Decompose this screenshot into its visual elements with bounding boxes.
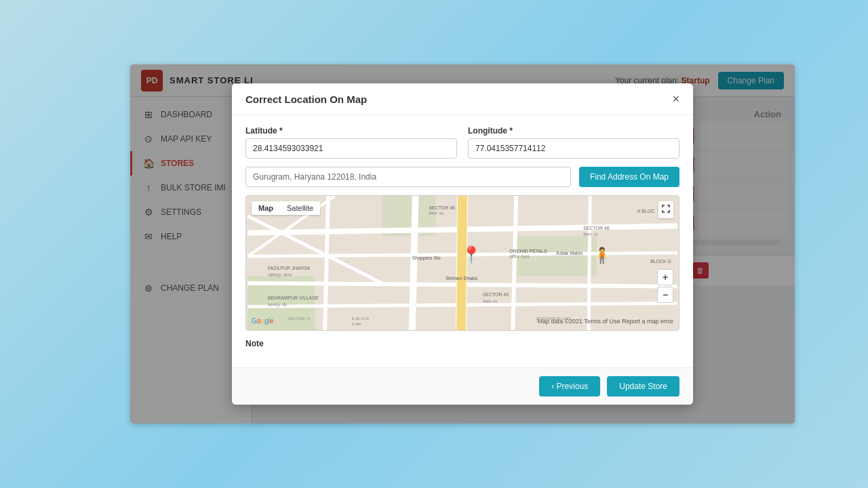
svg-text:SECTOR 71: SECTOR 71	[288, 317, 311, 321]
svg-text:BLOCK G: BLOCK G	[650, 259, 671, 264]
svg-text:फाजिलपुर जारसा: फाजिलपुर जारसा	[267, 272, 292, 278]
longitude-label: Longitude *	[468, 126, 679, 136]
note-section: Note	[245, 339, 679, 348]
svg-line-12	[589, 196, 590, 330]
update-store-button[interactable]: Update Store	[607, 376, 679, 396]
svg-line-9	[412, 196, 416, 330]
svg-text:SECTOR 48: SECTOR 48	[429, 205, 455, 210]
svg-text:सेक्टर 49: सेक्टर 49	[482, 299, 498, 304]
svg-text:SECTOR 49: SECTOR 49	[483, 293, 509, 298]
latitude-input[interactable]	[245, 138, 457, 159]
map-person-icon: 🧍	[593, 247, 611, 264]
modal-body: Latitude * Longitude * Find Address On	[232, 115, 693, 367]
modal-close-button[interactable]: ×	[672, 93, 679, 105]
address-input[interactable]	[245, 167, 571, 187]
map-location-marker: 📍	[461, 247, 481, 263]
app-window: PD SMART STORE LI Your current plan: Sta…	[130, 64, 795, 424]
longitude-group: Longitude *	[468, 126, 679, 159]
svg-text:ORCHID PETALS: ORCHID PETALS	[509, 249, 547, 253]
zoom-in-button[interactable]: +	[657, 269, 673, 285]
latitude-group: Latitude *	[245, 126, 457, 159]
svg-text:E-BLOCK: E-BLOCK	[352, 317, 370, 321]
note-label: Note	[245, 339, 679, 348]
svg-text:BEHRAMPUR VILLAGE: BEHRAMPUR VILLAGE	[268, 296, 319, 300]
latitude-label: Latitude *	[245, 126, 457, 136]
map-tabs: Map Satellite	[252, 201, 320, 215]
map-fullscreen-button[interactable]	[658, 201, 673, 218]
modal-footer: ‹ Previous Update Store	[232, 367, 693, 405]
modal-header: Correct Location On Map ×	[232, 83, 693, 115]
find-address-button[interactable]: Find Address On Map	[579, 167, 679, 187]
svg-text:Shriram Dhaba: Shriram Dhaba	[446, 276, 477, 281]
svg-text:ऑर्किड पेटल्स: ऑर्किड पेटल्स	[509, 254, 530, 259]
svg-text:बेहरामपुर गाँव: बेहरामपुर गाँव	[267, 302, 288, 308]
map-tab-map[interactable]: Map	[252, 201, 280, 215]
modal-title: Correct Location On Map	[245, 94, 367, 105]
svg-text:SECTOR 46: SECTOR 46	[583, 226, 609, 230]
svg-text:FAZILPUR JHARSA: FAZILPUR JHARSA	[268, 266, 311, 270]
map-tab-satellite[interactable]: Satellite	[280, 201, 320, 215]
lat-long-row: Latitude * Longitude *	[245, 126, 679, 159]
map-attribution: Map data ©2021 Terms of Use Report a map…	[537, 318, 673, 325]
address-row: Find Address On Map	[245, 167, 679, 187]
map-container[interactable]: FAZILPUR JHARSA फाजिलपुर जारसा BEHRAMPUR…	[245, 195, 679, 331]
svg-text:E-ब्लॉक: E-ब्लॉक	[352, 322, 361, 326]
longitude-input[interactable]	[468, 138, 679, 159]
svg-text:Kotak Mahin: Kotak Mahin	[557, 251, 583, 256]
svg-text:सेक्टर 46: सेक्टर 46	[583, 232, 598, 237]
svg-text:Shoppers Sto: Shoppers Sto	[412, 256, 441, 261]
svg-text:सेक्टर 48: सेक्टर 48	[429, 211, 444, 216]
google-logo: Google	[252, 317, 273, 325]
previous-button[interactable]: ‹ Previous	[539, 376, 600, 396]
map-zoom-controls: + −	[657, 269, 673, 303]
correct-location-modal: Correct Location On Map × Latitude * L	[232, 83, 693, 405]
zoom-out-button[interactable]: −	[657, 287, 673, 303]
svg-text:H BLOC: H BLOC	[637, 209, 654, 214]
modal-overlay[interactable]: Correct Location On Map × Latitude * L	[130, 64, 795, 424]
